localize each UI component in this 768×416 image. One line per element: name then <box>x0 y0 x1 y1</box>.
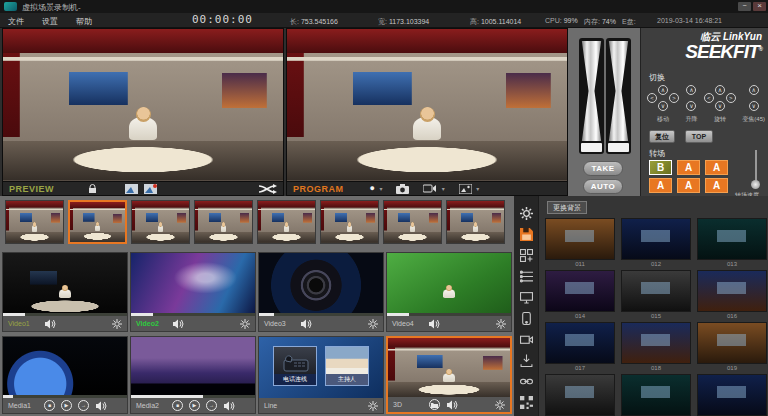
gallery-item[interactable] <box>621 270 691 312</box>
close-button[interactable]: × <box>753 2 766 11</box>
camera-preset-7[interactable] <box>383 200 442 244</box>
transition-a-button[interactable]: A <box>677 160 700 175</box>
elevate-down-button[interactable]: ∨ <box>686 101 696 111</box>
speaker-icon[interactable] <box>446 400 458 410</box>
camera-preset-6[interactable] <box>320 200 379 244</box>
source-video4[interactable]: Video4 <box>386 252 512 332</box>
speaker-icon[interactable] <box>223 401 235 411</box>
display-icon[interactable] <box>519 290 533 304</box>
source-video1[interactable]: Video1 <box>2 252 128 332</box>
gallery-item[interactable] <box>545 270 615 312</box>
reset-button[interactable]: 复位 <box>649 130 675 143</box>
rotate-left-button[interactable]: < <box>704 93 714 103</box>
wipe-effect-icon[interactable] <box>125 184 138 194</box>
gallery-item[interactable] <box>697 270 767 312</box>
move-down-button[interactable]: ∨ <box>658 101 668 111</box>
move-up-button[interactable]: ∧ <box>658 85 668 95</box>
video-capture-icon[interactable]: ▾ <box>423 180 444 198</box>
open-folder-button[interactable] <box>429 399 440 410</box>
camera-preset-1[interactable] <box>5 200 64 244</box>
source-name: Media1 <box>8 402 38 409</box>
transition-a-button[interactable]: A <box>677 178 700 193</box>
transition-a-button[interactable]: A <box>705 160 728 175</box>
camera-source-icon[interactable] <box>519 332 533 346</box>
source-media2[interactable]: Media2 ■ ▶ → <box>130 336 256 414</box>
save-icon-active[interactable] <box>519 227 533 241</box>
move-left-button[interactable]: < <box>647 93 657 103</box>
source-video3[interactable]: Video3 <box>258 252 384 332</box>
rotate-down-button[interactable]: ∨ <box>715 101 725 111</box>
speaker-icon[interactable] <box>428 319 440 329</box>
wipe-effect-alt-icon[interactable] <box>144 184 157 194</box>
menu-settings[interactable]: 设置 <box>42 16 58 27</box>
gallery-item[interactable] <box>697 218 767 260</box>
link-icon[interactable] <box>519 374 533 388</box>
phone-call-button[interactable]: 电话连线 <box>273 346 317 386</box>
take-button[interactable]: TAKE <box>583 161 623 176</box>
play-button[interactable]: ▶ <box>61 400 72 411</box>
auto-button[interactable]: AUTO <box>583 179 623 194</box>
gear-icon[interactable] <box>368 401 378 411</box>
camera-preset-5[interactable] <box>257 200 316 244</box>
speaker-icon[interactable] <box>172 319 184 329</box>
top-view-button[interactable]: TOP <box>685 130 713 143</box>
zoom-out-button[interactable]: ∨ <box>749 101 759 111</box>
source-media1[interactable]: Media1 ■ ▶ → <box>2 336 128 414</box>
change-background-tab[interactable]: 更换背景 <box>547 201 587 214</box>
speaker-icon[interactable] <box>300 319 312 329</box>
menu-file[interactable]: 文件 <box>8 16 24 27</box>
play-button[interactable]: ▶ <box>189 400 200 411</box>
record-icon[interactable]: ● ▾ <box>370 180 383 198</box>
speaker-icon[interactable] <box>44 319 56 329</box>
qrcode-icon[interactable] <box>519 395 533 409</box>
lock-icon[interactable] <box>88 184 97 194</box>
playlist-icon[interactable] <box>519 269 533 283</box>
transition-a-button[interactable]: A <box>649 178 672 193</box>
gear-icon[interactable] <box>496 319 506 329</box>
gallery-item[interactable] <box>545 322 615 364</box>
camera-preset-3[interactable] <box>131 200 190 244</box>
snapshot-camera-icon[interactable] <box>396 184 409 194</box>
layout-add-icon[interactable] <box>519 248 533 262</box>
zoom-in-button[interactable]: ∧ <box>749 85 759 95</box>
gallery-item[interactable] <box>697 322 767 364</box>
transition-speed-slider[interactable] <box>755 150 757 184</box>
menu-help[interactable]: 帮助 <box>76 16 92 27</box>
speaker-icon[interactable] <box>95 401 107 411</box>
transition-a-button[interactable]: A <box>705 178 728 193</box>
gallery-item[interactable] <box>697 374 767 416</box>
transition-b-button[interactable]: B <box>649 160 672 175</box>
source-video2[interactable]: Video2 <box>130 252 256 332</box>
rotate-right-button[interactable]: > <box>726 93 736 103</box>
gallery-item[interactable] <box>621 218 691 260</box>
device-icon[interactable] <box>519 311 533 325</box>
minimize-button[interactable]: － <box>738 2 751 11</box>
download-icon[interactable] <box>519 353 533 367</box>
elevate-up-button[interactable]: ∧ <box>686 85 696 95</box>
source-3d-scene-selected[interactable]: 3D <box>386 336 512 414</box>
gear-icon[interactable] <box>240 319 250 329</box>
gallery-item[interactable] <box>621 374 691 416</box>
camera-preset-4[interactable] <box>194 200 253 244</box>
stop-button[interactable]: ■ <box>44 400 55 411</box>
camera-preset-2-selected[interactable] <box>68 200 127 244</box>
gear-icon[interactable] <box>495 400 505 410</box>
camera-preset-8[interactable] <box>446 200 505 244</box>
gear-icon[interactable] <box>368 319 378 329</box>
move-right-button[interactable]: > <box>669 93 679 103</box>
gallery-item[interactable] <box>545 218 615 260</box>
source-line[interactable]: 电话连线 主持人 Line <box>258 336 384 414</box>
rotate-up-button[interactable]: ∧ <box>715 85 725 95</box>
settings-gear-icon[interactable] <box>519 206 533 220</box>
gallery-item[interactable] <box>621 322 691 364</box>
transition-speed-knob[interactable] <box>751 180 760 189</box>
loop-button[interactable]: → <box>206 400 217 411</box>
swap-transition-icon[interactable] <box>257 184 277 194</box>
gear-icon[interactable] <box>112 319 122 329</box>
transition-tbar[interactable] <box>579 38 631 154</box>
loop-button[interactable]: → <box>78 400 89 411</box>
gallery-item[interactable] <box>545 374 615 416</box>
picture-export-icon[interactable]: ▾ <box>459 180 479 198</box>
stop-button[interactable]: ■ <box>172 400 183 411</box>
host-button[interactable]: 主持人 <box>325 346 369 386</box>
